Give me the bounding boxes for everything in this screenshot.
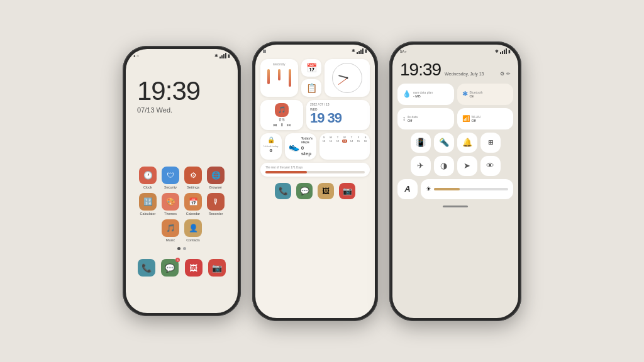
- battery-icon-2: ▮: [365, 48, 367, 53]
- bluetooth-status: On: [470, 94, 483, 98]
- tile-screen-record[interactable]: ⊞: [480, 133, 501, 153]
- widget-music: 🎵 音乐 ⏮ ⏸ ⏭: [260, 100, 303, 130]
- app-contacts[interactable]: 👤 Contacts: [184, 219, 203, 242]
- tile-font[interactable]: A: [397, 179, 418, 199]
- next-icon[interactable]: ⏭: [287, 123, 291, 127]
- calculator-icon: 🔢: [139, 193, 157, 211]
- data-plan-sub: - MB: [413, 94, 433, 98]
- minute-hand: [338, 77, 347, 84]
- widget-small-1: 📅: [301, 59, 321, 77]
- cal-header: S M T W T F S: [321, 136, 368, 139]
- dock-gallery-2[interactable]: 🖼: [318, 183, 334, 199]
- app-browser[interactable]: 🌐 Browser: [206, 167, 225, 189]
- settings-header-icon[interactable]: ⚙: [500, 71, 504, 77]
- phone-control-center: 5A+ ✱ ▮ 19:39 Wednesday, July 13 ⚙: [389, 41, 521, 321]
- wifi-icon: 📶: [462, 115, 470, 122]
- app-calendar[interactable]: 📅 Calendar: [184, 193, 203, 216]
- ctrl-row-icons-1: 📳 🔦 🔔 ⊞: [397, 133, 513, 153]
- tile-airplane[interactable]: ✈: [411, 156, 431, 176]
- widget-clock: [325, 59, 370, 97]
- music-title: 音乐: [264, 118, 300, 121]
- security-icon: 🛡: [162, 167, 179, 184]
- data-drop-icon: 💧: [402, 90, 411, 98]
- widget-steps: 👟 Today's steps 0 step: [285, 133, 316, 160]
- steps-label: Today's steps: [301, 136, 313, 144]
- calendar-label: Calendar: [186, 212, 200, 216]
- widget-small-2: 📋: [301, 79, 321, 97]
- tile-data-plan[interactable]: 💧 own data plan - MB: [397, 84, 454, 105]
- widget-date: 2022 / 07 / 13 WED 19 39: [306, 100, 370, 130]
- tile-mobile-data[interactable]: ↕ ile data Off: [397, 108, 454, 129]
- signal-icon-3: [500, 48, 507, 55]
- dock-gallery[interactable]: 🖼: [185, 259, 203, 277]
- unlock-val: 0: [263, 148, 279, 153]
- lock-time-display: 19:39 07/13 Wed.: [126, 60, 238, 116]
- status-bar-3: 5A+ ✱ ▮: [392, 45, 518, 56]
- tile-eye[interactable]: 👁: [480, 156, 501, 176]
- dot-2: [183, 247, 186, 250]
- dock-camera-2[interactable]: 📷: [339, 183, 355, 199]
- signal-icon-2: [357, 48, 364, 54]
- app-themes[interactable]: 🎨 Themes: [161, 193, 180, 216]
- home-indicator: [443, 206, 468, 207]
- electricity-label: Electricity: [264, 63, 294, 66]
- clock-icon: 🕐: [139, 167, 157, 184]
- play-icon[interactable]: ⏸: [280, 123, 284, 127]
- app-security[interactable]: 🛡 Security: [161, 167, 180, 189]
- date-full: 2022 / 07 / 13: [310, 102, 366, 106]
- tile-bell[interactable]: 🔔: [457, 133, 477, 153]
- edit-icon[interactable]: ✏: [506, 71, 511, 77]
- progress-bar: [265, 171, 365, 173]
- lock-time: 19:39: [137, 78, 226, 104]
- dock-camera[interactable]: 📷: [208, 259, 226, 277]
- recorder-label: Recorder: [209, 212, 223, 216]
- ctrl-time-row: 19:39 Wednesday, July 13 ⚙ ✏: [392, 56, 518, 81]
- lock-icon: 🔒: [263, 136, 279, 143]
- contacts-icon: 👤: [184, 219, 202, 237]
- tile-flashlight[interactable]: 🔦: [434, 133, 454, 153]
- app-recorder[interactable]: 🎙 Recorder: [206, 193, 225, 216]
- app-settings[interactable]: ⚙ Settings: [184, 167, 203, 189]
- cal-row-nums: 10 11 12 13 14 15 16: [321, 140, 368, 143]
- music-label: Music: [166, 238, 175, 242]
- days-remaining: The rest of the year 171 Days: [265, 166, 365, 169]
- prev-icon[interactable]: ⏮: [273, 123, 277, 127]
- app-calculator[interactable]: 🔢 Calculator: [138, 193, 157, 216]
- calendar-icon: 📅: [184, 193, 202, 211]
- dock-phone[interactable]: 📞: [138, 259, 155, 277]
- ctrl-row-1: 💧 own data plan - MB ✱ Bluetooth: [397, 84, 513, 105]
- browser-label: Browser: [209, 185, 222, 189]
- ctrl-date: Wednesday, July 13: [445, 72, 484, 76]
- tile-vibrate[interactable]: 📳: [411, 133, 431, 153]
- dock-messages-2[interactable]: 💬: [296, 183, 313, 199]
- bluetooth-tile-icon: ✱: [462, 90, 468, 98]
- carrier-label: 5A+: [400, 50, 407, 53]
- brightness-fill: [434, 188, 460, 190]
- bluetooth-icon-2: ✱: [352, 48, 355, 53]
- tile-location[interactable]: ➤: [457, 156, 477, 176]
- clock-label: Clock: [143, 185, 152, 189]
- app-music[interactable]: 🎵 Music: [161, 219, 180, 242]
- dock: 📞 💬 1 🖼 📷: [126, 254, 238, 282]
- battery-icon: ▮: [228, 53, 230, 58]
- tile-bluetooth[interactable]: ✱ Bluetooth On: [457, 84, 514, 105]
- signal-icon: [219, 53, 226, 59]
- widget-progress: The rest of the year 171 Days: [260, 163, 370, 177]
- page-dots: [126, 247, 238, 250]
- widget-unlock: 🔒 Unlock today 0: [260, 133, 282, 160]
- dock-phone-2[interactable]: 📞: [275, 183, 291, 199]
- calculator-label: Calculator: [140, 212, 156, 216]
- bluetooth-icon-3: ✱: [495, 49, 499, 54]
- ctrl-header-icons: ⚙ ✏: [500, 71, 511, 77]
- app-clock[interactable]: 🕐 Clock: [138, 167, 157, 189]
- contacts-label: Contacts: [186, 238, 200, 242]
- dock-messages[interactable]: 💬 1: [161, 259, 179, 277]
- tile-contrast[interactable]: ◑: [434, 156, 454, 176]
- unlock-label: Unlock today: [263, 145, 279, 148]
- brightness-icon: ☀: [426, 185, 431, 192]
- tile-wlan[interactable]: 📶 WLAN Off: [457, 108, 514, 129]
- brightness-slider[interactable]: ☀: [421, 179, 513, 199]
- settings-icon: ⚙: [184, 167, 202, 184]
- security-label: Security: [164, 185, 177, 189]
- camera-dot: [263, 50, 266, 53]
